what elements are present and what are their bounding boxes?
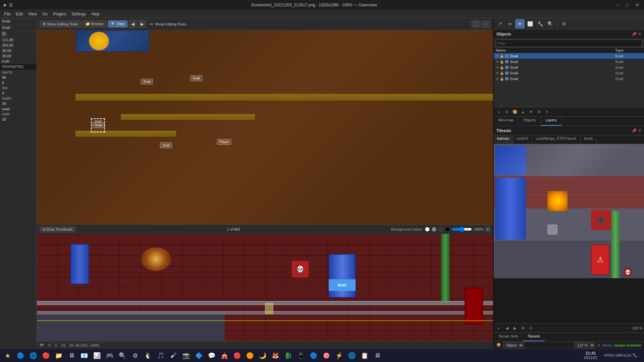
taskbar-appicon-15[interactable]: 🔴 — [231, 350, 243, 362]
menu-view[interactable]: View — [25, 11, 40, 17]
row-eye-icon-5[interactable]: 👁 — [496, 77, 499, 81]
tileset-tab-lostvik-strt[interactable]: LostVikings_STRT-level1 — [532, 135, 581, 144]
taskbar-appicon-21[interactable]: 🔵 — [308, 350, 320, 362]
maximize-button[interactable]: □ — [623, 1, 632, 9]
taskbar-appicon-25[interactable]: 📋 — [359, 350, 371, 362]
view-button[interactable]: 🔍 View — [108, 20, 128, 27]
taskbar-appicon-5[interactable]: 🎮 — [104, 350, 116, 362]
tiled-tool-zoom[interactable]: 🔍 — [545, 19, 555, 28]
taskbar-appicon-20[interactable]: 📱 — [295, 350, 307, 362]
taskbar-appicon-2[interactable]: 🌐 — [27, 350, 39, 362]
taskbar-appicon-8[interactable]: 🐧 — [142, 350, 154, 362]
taskbar-appicon-14[interactable]: 🎪 — [218, 350, 230, 362]
menu-plugins[interactable]: Plugins — [50, 11, 69, 17]
next-button[interactable]: ▶ — [138, 20, 146, 28]
taskbar-appicon-13[interactable]: 💬 — [206, 350, 218, 362]
fullscreen-button[interactable]: ⛶ — [472, 20, 480, 28]
taskbar-appicon-terminal[interactable]: 🖥 — [65, 350, 77, 362]
row-lock-icon-3[interactable]: 🔒 — [500, 66, 504, 69]
swatch-dark[interactable] — [438, 227, 443, 232]
taskbar-appicon-files[interactable]: 📁 — [53, 350, 65, 362]
properties-object-button[interactable]: ⚙ — [535, 108, 543, 116]
tileset-settings-button[interactable]: ⚙ — [519, 324, 527, 332]
taskbar-appicon-24[interactable]: 🌐 — [346, 350, 358, 362]
tiled-tool-draw[interactable]: ✏ — [515, 19, 525, 28]
zoom-dropdown-button[interactable]: ▾ — [485, 227, 490, 232]
bot-tab-tilesets[interactable]: Tilesets — [523, 333, 545, 341]
taskbar-kde-button[interactable]: ★ — [2, 350, 14, 362]
tab-objects[interactable]: Objects — [519, 117, 541, 126]
menu-settings[interactable]: Settings — [69, 11, 89, 17]
menu-help[interactable]: Help — [89, 11, 103, 17]
close-button[interactable]: ✕ — [632, 1, 643, 9]
remove-tileset-button[interactable]: ✕ — [527, 324, 535, 332]
row-lock-icon-2[interactable]: 🔒 — [500, 60, 504, 64]
show-thumbnails-bottom-button[interactable]: ⊞ Show Thumbnails — [40, 227, 76, 232]
table-row[interactable]: 👁 🔒 Snail Snail — [494, 65, 644, 70]
show-thumbnails-button[interactable]: ⊞ Show Editing Tools — [40, 20, 81, 27]
tileset-tab-sonic[interactable]: Sonic — [581, 135, 597, 144]
row-eye-icon-2[interactable]: 👁 — [496, 60, 499, 64]
taskbar-appicon-17[interactable]: 🌙 — [257, 350, 269, 362]
taskbar-appicon-1[interactable]: 🔵 — [14, 350, 26, 362]
zoom-slider[interactable] — [452, 227, 472, 231]
taskbar-appicon-chrome[interactable]: 🔴 — [40, 350, 52, 362]
objects-pin-icon[interactable]: 📌 — [632, 32, 637, 37]
taskbar-appicon-26[interactable]: 🖥 — [371, 350, 383, 362]
taskbar-appicon-10[interactable]: 🖌 — [167, 350, 179, 362]
tileset-tab-lostvi1[interactable]: LostVi1 — [513, 135, 533, 144]
tileset-tab-batman[interactable]: batman — [494, 135, 513, 144]
objects-close-icon[interactable]: ✕ — [638, 32, 641, 37]
table-row[interactable]: 👁 🔒 Snail Snail — [494, 59, 644, 65]
menu-edit[interactable]: Edit — [13, 11, 25, 17]
row-lock-icon-5[interactable]: 🔒 — [500, 77, 504, 81]
down-object-button[interactable]: ▼ — [527, 108, 535, 116]
left-checkbox[interactable]: ✓ — [0, 31, 37, 37]
menu-go[interactable]: Go — [40, 11, 50, 17]
up-object-button[interactable]: ▲ — [519, 108, 527, 116]
taskbar-appicon-19[interactable]: 🐉 — [282, 350, 294, 362]
tiled-tool-wrench[interactable]: 🔧 — [535, 19, 545, 28]
add-tileset-button[interactable]: + — [495, 324, 502, 332]
taskbar-appicon-16[interactable]: 🟠 — [244, 350, 256, 362]
taskbar-appicon-12[interactable]: 🔷 — [193, 350, 205, 362]
tiled-tool-extra1[interactable]: ⚙ — [559, 19, 569, 28]
tiled-tool-move[interactable]: ⇔ — [505, 19, 515, 28]
add-object-button[interactable]: + — [495, 108, 502, 116]
prev-button[interactable]: ◀ — [129, 20, 137, 28]
taskbar-appicon-7[interactable]: ⚙ — [129, 350, 141, 362]
row-eye-icon[interactable]: 👁 — [496, 54, 499, 58]
taskbar-appicon-6[interactable]: 🔍 — [116, 350, 128, 362]
tilesets-pin-icon[interactable]: 📌 — [632, 128, 637, 133]
taskbar-appicon-23[interactable]: ⚡ — [333, 350, 345, 362]
table-row[interactable]: 👁 🔒 Snail Snail — [494, 76, 644, 82]
tilesets-close-icon[interactable]: ✕ — [638, 128, 641, 133]
objects-filter-input[interactable] — [496, 40, 642, 47]
taskbar-appicon-email[interactable]: 📧 — [78, 350, 90, 362]
more-button[interactable]: ⋮ — [482, 20, 490, 28]
zoom-dropdown[interactable]: 127 % — [574, 342, 595, 348]
taskbar-appicon-11[interactable]: 📸 — [180, 350, 192, 362]
tab-minimap[interactable]: Mini-map — [494, 117, 519, 126]
menu-file[interactable]: File — [1, 11, 13, 17]
swatch-black[interactable] — [445, 227, 450, 232]
tileset-canvas-area[interactable]: ⬛ 💀 ⚠ 💀 — [494, 144, 644, 323]
tiled-tool-arrow[interactable]: ↗ — [495, 19, 504, 28]
tiled-tool-rect[interactable]: ⬜ — [525, 19, 535, 28]
row-eye-icon-3[interactable]: 👁 — [496, 66, 499, 69]
row-lock-icon[interactable]: 🔒 — [500, 54, 504, 58]
swatch-white[interactable] — [425, 227, 430, 232]
left-item-snail-2[interactable]: Snail — [0, 24, 37, 31]
prev-tileset-button[interactable]: ◀ — [503, 324, 511, 332]
delete-object-button[interactable]: ✕ — [543, 108, 551, 116]
minimize-button[interactable]: − — [613, 1, 622, 9]
table-row[interactable]: 👁 🔒 Snail Snail — [494, 53, 644, 59]
next-tileset-button[interactable]: ▶ — [511, 324, 519, 332]
table-row[interactable]: 👁 🔒 Snail Snail — [494, 70, 644, 76]
swatch-gray[interactable] — [432, 227, 436, 232]
bot-tab-terrain-sets[interactable]: Terrain Sets — [494, 333, 523, 341]
color-object-button[interactable]: 🎨 — [511, 108, 519, 116]
taskbar-appicon-18[interactable]: 🦊 — [269, 350, 281, 362]
duplicate-object-button[interactable]: ⧉ — [503, 108, 511, 116]
news-label[interactable]: News — [602, 343, 612, 347]
